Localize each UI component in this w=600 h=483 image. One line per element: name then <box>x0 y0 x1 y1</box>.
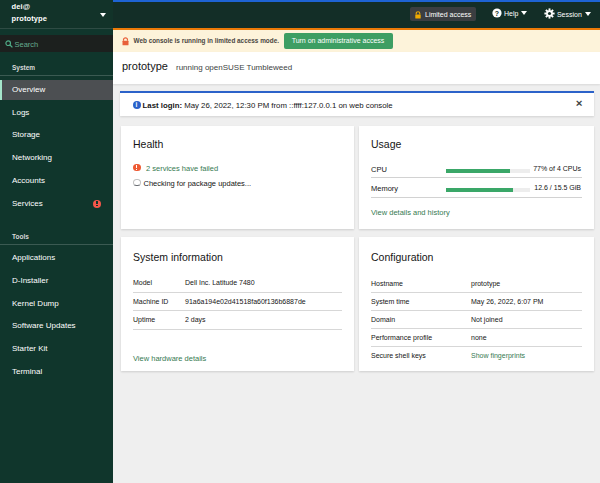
svg-text:?: ? <box>495 10 499 17</box>
